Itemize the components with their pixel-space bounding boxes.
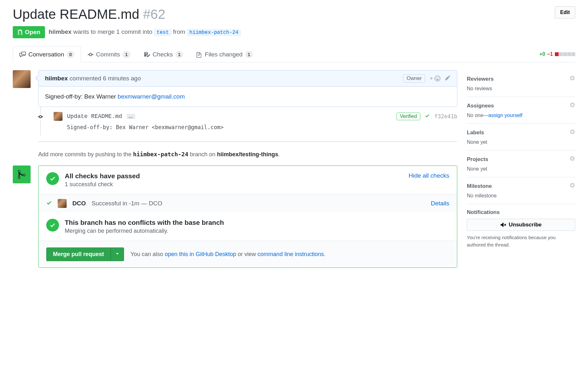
verified-badge[interactable]: Verified	[396, 113, 420, 120]
edit-comment-button[interactable]	[445, 75, 451, 82]
gear-icon[interactable]	[570, 182, 575, 190]
comment-body: Signed-off-by: Bex Warner bexmwarner@gma…	[39, 87, 457, 107]
status-success-icon	[46, 219, 59, 232]
merge-pr-button[interactable]: Merge pull request	[46, 247, 111, 261]
author-link[interactable]: hiimbex	[49, 28, 72, 35]
sidebar-reviewers: Reviewers No reviews	[467, 70, 575, 97]
pr-number: #62	[143, 7, 165, 22]
merge-description: hiimbex wants to merge 1 commit into tes…	[49, 28, 241, 36]
hide-checks-link[interactable]: Hide all checks	[408, 172, 449, 179]
mute-icon	[501, 222, 506, 228]
check-success-icon	[46, 200, 52, 207]
merge-status-badge	[13, 165, 31, 183]
merge-alt-text: You can also open this in GitHub Desktop…	[130, 251, 326, 258]
diff-deletions: −1	[547, 51, 553, 57]
state-label: Open	[25, 29, 40, 36]
conflict-row: This branch has no conflicts with the ba…	[39, 212, 457, 241]
diffstat: +0 −1	[540, 51, 576, 57]
tab-conversation[interactable]: Conversation 0	[13, 46, 81, 62]
git-pull-request-icon	[17, 29, 23, 35]
file-diff-icon	[196, 51, 202, 58]
notifications-note: You're receiving notifications because y…	[467, 234, 575, 248]
cli-instructions-link[interactable]: command line instructions	[258, 251, 324, 257]
gear-icon[interactable]	[570, 102, 575, 109]
checks-subtitle: 1 successful check	[65, 181, 140, 188]
sidebar-milestone: Milestone No milestone	[467, 177, 575, 204]
merge-section: All checks have passed 1 successful chec…	[13, 165, 457, 268]
base-branch-pill[interactable]: test	[154, 29, 171, 36]
comment-discussion-icon	[19, 51, 26, 58]
pr-meta: Open hiimbex wants to merge 1 commit int…	[13, 26, 575, 38]
sidebar-projects: Projects None yet	[467, 151, 575, 177]
tab-files[interactable]: Files changed 1	[190, 46, 260, 62]
check-details-link[interactable]: Details	[431, 200, 449, 207]
pr-title: Update README.md #62	[13, 6, 165, 22]
open-desktop-link[interactable]: open this in GitHub Desktop	[165, 251, 236, 257]
commit-author-avatar[interactable]	[54, 112, 62, 121]
status-success-icon	[46, 172, 59, 185]
gear-icon[interactable]	[570, 156, 575, 163]
email-link[interactable]: bexmwarner@gmail.com	[118, 93, 185, 100]
timeline-commit: Update README.md … Verified f32e41b Sign…	[38, 107, 457, 136]
checks-summary-row: All checks have passed 1 successful chec…	[39, 166, 457, 194]
gear-icon[interactable]	[570, 129, 575, 136]
commit-sha-link[interactable]: f32e41b	[434, 113, 457, 120]
tab-commits[interactable]: Commits 1	[81, 46, 137, 62]
comment-author-link[interactable]: hiimbex	[45, 75, 68, 82]
unsubscribe-button[interactable]: Unsubscribe	[467, 219, 575, 231]
push-hint: Add more commits by pushing to the hiimb…	[38, 142, 457, 165]
commit-message-link[interactable]: Update README.md	[67, 113, 122, 120]
edit-button[interactable]: Edit	[555, 6, 575, 18]
git-merge-icon	[17, 169, 26, 180]
pr-tabnav: Conversation 0 Commits 1 Checks 1 Files …	[13, 46, 575, 62]
conflict-title: This branch has no conflicts with the ba…	[65, 219, 224, 226]
pr-description-comment: hiimbex commented 6 minutes ago Owner + …	[13, 70, 457, 107]
avatar[interactable]	[13, 70, 31, 88]
sidebar-assignees: Assignees No one—assign yourself	[467, 97, 575, 124]
files-count: 1	[245, 51, 253, 58]
conflict-subtitle: Merging can be performed automatically.	[65, 228, 224, 234]
commit-description: Signed-off-by: Bex Warner <bexmwarner@gm…	[67, 124, 457, 130]
commits-count: 1	[122, 51, 130, 58]
merge-dropdown-button[interactable]	[111, 247, 124, 261]
check-app-avatar[interactable]	[58, 199, 67, 208]
comment-header: hiimbex commented 6 minutes ago Owner +	[39, 70, 457, 87]
checks-count: 1	[175, 51, 183, 58]
sidebar: Reviewers No reviews Assignees No one—as…	[467, 70, 575, 254]
head-branch-pill[interactable]: hiimbex-patch-24	[187, 29, 241, 36]
merge-actions-row: Merge pull request You can also open thi…	[39, 241, 457, 268]
gear-icon[interactable]	[570, 75, 575, 83]
add-reaction-button[interactable]: +	[430, 75, 440, 82]
checklist-icon	[144, 51, 150, 58]
pr-title-text: Update README.md	[13, 7, 139, 22]
diff-blocks	[555, 52, 575, 56]
commit-ellipsis-button[interactable]: …	[127, 114, 135, 119]
sidebar-labels: Labels None yet	[467, 124, 575, 151]
check-item-row: DCO Successful in -1m — DCO Details	[39, 194, 457, 212]
pr-header: Update README.md #62 Edit	[13, 6, 575, 22]
tab-checks[interactable]: Checks 1	[137, 46, 190, 62]
commit-marker-icon	[38, 114, 43, 120]
checks-title: All checks have passed	[65, 172, 140, 180]
assign-yourself-link[interactable]: assign yourself	[489, 113, 523, 118]
triangle-down-icon	[115, 252, 119, 256]
comment-timestamp[interactable]: 6 minutes ago	[103, 75, 141, 82]
sidebar-notifications: Notifications Unsubscribe You're receivi…	[467, 204, 575, 254]
state-badge-open: Open	[13, 26, 45, 38]
git-commit-icon	[88, 51, 93, 58]
diff-additions: +0	[540, 51, 545, 57]
owner-badge: Owner	[403, 74, 425, 83]
conversation-count: 0	[67, 51, 74, 58]
status-check-icon[interactable]	[425, 113, 430, 120]
check-name: DCO	[72, 200, 86, 207]
check-status-text: Successful in -1m — DCO	[92, 200, 162, 207]
